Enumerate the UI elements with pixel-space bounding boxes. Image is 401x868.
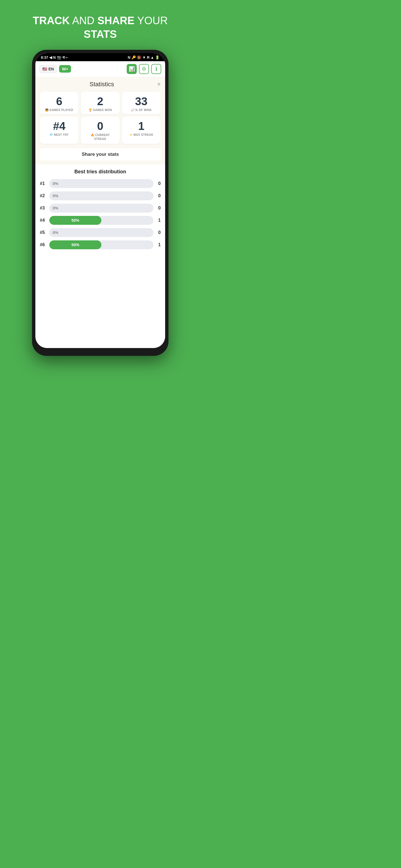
lightning-icon: ⚡	[129, 133, 133, 136]
dist-bar-text: 0%	[53, 230, 58, 235]
language-button[interactable]: 🇺🇸 EN	[39, 65, 57, 73]
chart-icon: 📈	[131, 108, 135, 112]
hero-your: YOUR	[137, 15, 168, 26]
dist-row-count: 1	[156, 242, 161, 247]
current-streak-label: 🔥 CURRENTSTREAK	[83, 133, 117, 141]
dist-bar-text: 50%	[71, 243, 79, 247]
dist-bar-container: 50%	[49, 216, 153, 225]
dist-bar: 50%	[49, 240, 102, 249]
dist-row-label: #6	[40, 242, 47, 247]
diamond-icon: 💎	[50, 133, 53, 136]
statistics-panel: Statistics × 6 🧑 GAMES PLAYED 2 🏆 GAMES	[35, 77, 165, 164]
best-try-value: #4	[42, 121, 76, 132]
app-bar: 🇺🇸 EN W+ 📊 ⚙ ℹ	[35, 61, 165, 77]
max-streak-value: 1	[124, 121, 159, 132]
hero-share: SHARE	[97, 15, 135, 26]
stat-card-current-streak: 0 🔥 CURRENTSTREAK	[81, 117, 119, 144]
settings-button[interactable]: ⚙	[139, 64, 149, 74]
app-bar-left: 🇺🇸 EN W+	[39, 65, 71, 73]
games-played-label: 🧑 GAMES PLAYED	[42, 108, 76, 112]
dist-row-label: #3	[40, 206, 47, 211]
stat-card-max-streak: 1 ⚡ MAX STREAK	[122, 117, 161, 144]
hero-track: TRACK	[33, 15, 70, 26]
dist-row-label: #2	[40, 193, 47, 198]
distribution-row: #10%0	[40, 179, 161, 188]
dist-row-count: 0	[156, 206, 161, 211]
status-time: 8:37	[41, 55, 48, 60]
dist-bar: 50%	[49, 216, 102, 225]
status-right-icons: N 🔑 🔕 ▼ R ▲ 🔋	[128, 55, 160, 60]
dist-row-label: #5	[40, 230, 47, 235]
dist-bar: 0%	[49, 204, 153, 213]
dist-row-count: 0	[156, 181, 161, 186]
dist-row-count: 0	[156, 230, 161, 235]
dist-row-label: #4	[40, 218, 47, 223]
distribution-rows: #10%0#20%0#30%0#450%1#50%0#650%1	[40, 179, 161, 249]
bar-chart-button[interactable]: 📊	[127, 64, 137, 74]
app-bar-right: 📊 ⚙ ℹ	[127, 64, 161, 74]
dist-bar-container: 0%	[49, 204, 153, 213]
best-try-label: 💎 BEST TRY	[42, 133, 76, 136]
hero-stats: STATS	[84, 28, 117, 40]
bar-chart-icon: 📊	[128, 66, 135, 72]
phone-notch	[86, 53, 114, 58]
games-played-value: 6	[42, 96, 76, 107]
stats-grid-top: 6 🧑 GAMES PLAYED 2 🏆 GAMES WON 33	[40, 92, 161, 114]
games-won-label: 🏆 GAMES WON	[83, 108, 117, 112]
distribution-row: #50%0	[40, 228, 161, 237]
statistics-title: Statistics	[47, 81, 157, 88]
info-button[interactable]: ℹ	[151, 64, 161, 74]
stat-card-best-try: #4 💎 BEST TRY	[40, 117, 79, 144]
distribution-row: #30%0	[40, 204, 161, 213]
status-left-icons: ◀ N 📷 ⟲ •	[49, 55, 67, 60]
dist-bar-text: 0%	[53, 181, 58, 186]
stat-card-games-won: 2 🏆 GAMES WON	[81, 92, 119, 114]
pct-wins-value: 33	[124, 96, 159, 107]
wplus-button[interactable]: W+	[59, 65, 71, 72]
dist-bar-container: 0%	[49, 228, 153, 237]
gear-icon: ⚙	[142, 66, 146, 72]
stat-card-pct-wins: 33 📈 % OF WINS	[122, 92, 161, 114]
dist-bar-text: 0%	[53, 206, 58, 210]
dist-row-label: #1	[40, 181, 47, 186]
dist-bar-container: 50%	[49, 240, 153, 249]
info-icon: ℹ	[155, 66, 157, 72]
phone-frame: 8:37 ◀ N 📷 ⟲ • N 🔑 🔕 ▼ R ▲ 🔋 🇺🇸 EN W+	[32, 50, 169, 356]
trophy-icon: 🏆	[89, 108, 92, 112]
dist-row-count: 0	[156, 193, 161, 198]
stats-grid-bottom: #4 💎 BEST TRY 0 🔥 CURRENTSTREAK 1 ⚡	[40, 117, 161, 144]
wplus-label: W+	[62, 66, 68, 71]
dist-bar: 0%	[49, 179, 153, 188]
flag-icon: 🇺🇸	[42, 67, 47, 71]
games-won-value: 2	[83, 96, 117, 107]
distribution-title: Best tries distribution	[40, 169, 161, 175]
pct-wins-label: 📈 % OF WINS	[124, 108, 159, 112]
stat-card-games-played: 6 🧑 GAMES PLAYED	[40, 92, 79, 114]
dist-bar-container: 0%	[49, 191, 153, 200]
dist-bar-text: 50%	[71, 218, 79, 223]
distribution-row: #450%1	[40, 216, 161, 225]
language-label: EN	[49, 67, 54, 71]
distribution-row: #20%0	[40, 191, 161, 200]
status-bar-left: 8:37 ◀ N 📷 ⟲ •	[41, 55, 67, 60]
hero-and: AND	[72, 15, 94, 26]
dist-bar-text: 0%	[53, 194, 58, 198]
games-played-icon: 🧑	[45, 108, 49, 112]
distribution-section: Best tries distribution #10%0#20%0#30%0#…	[35, 164, 165, 348]
dist-bar-container: 0%	[49, 179, 153, 188]
current-streak-value: 0	[83, 121, 117, 132]
distribution-row: #650%1	[40, 240, 161, 249]
max-streak-label: ⚡ MAX STREAK	[124, 133, 159, 136]
phone-screen: 8:37 ◀ N 📷 ⟲ • N 🔑 🔕 ▼ R ▲ 🔋 🇺🇸 EN W+	[35, 53, 165, 348]
statistics-header: Statistics ×	[40, 81, 161, 88]
share-stats-button[interactable]: Share your stats	[40, 148, 161, 160]
close-button[interactable]: ×	[157, 81, 161, 88]
hero-text: TRACK AND SHARE YOUR STATS	[22, 0, 179, 50]
dist-bar: 0%	[49, 191, 153, 200]
status-bar-right: N 🔑 🔕 ▼ R ▲ 🔋	[128, 55, 160, 60]
dist-row-count: 1	[156, 218, 161, 223]
dist-bar: 0%	[49, 228, 153, 237]
